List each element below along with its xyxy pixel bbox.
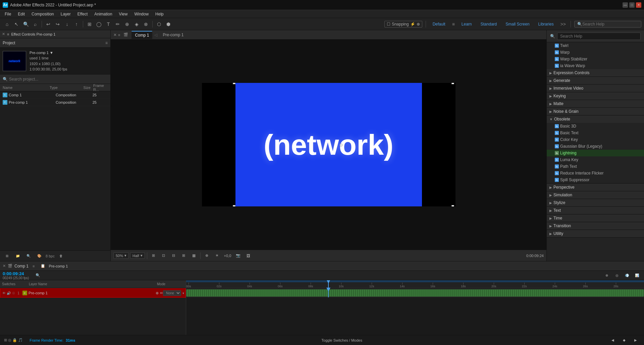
close-button[interactable]: ✕ <box>636 2 641 8</box>
footer-new-item[interactable]: ⊞ <box>3 252 11 260</box>
tab-close-icon[interactable]: ✕ <box>113 33 117 37</box>
effect-spill-suppressor[interactable]: fx Spill Suppressor <box>547 177 644 183</box>
comp-controls-btn[interactable]: ⊕ <box>602 271 611 280</box>
workspace-default[interactable]: Default <box>429 21 449 27</box>
move-up[interactable]: ↑ <box>72 20 81 29</box>
snapping-checkbox[interactable]: ☐ <box>387 22 390 27</box>
show-snapshot-btn[interactable]: 🖼 <box>244 251 253 260</box>
fit-view-btn[interactable]: ⊞ <box>149 251 158 260</box>
status-nav-back[interactable]: ◀ <box>608 336 617 345</box>
footer-color[interactable]: 🎨 <box>35 252 44 260</box>
menu-layer[interactable]: Layer <box>57 11 74 17</box>
project-row-comp1[interactable]: C Comp 1 Composition 25 <box>0 91 110 99</box>
tab-precomp1[interactable]: Pre-comp 1 <box>159 31 187 39</box>
footer-search[interactable]: 🔍 <box>24 252 33 260</box>
effect-basic-text[interactable]: fx Basic Text <box>547 130 644 136</box>
workspace-learn[interactable]: Learn <box>458 21 475 27</box>
layer-visibility[interactable]: 👁 <box>2 291 6 295</box>
effect-gaussian-blur[interactable]: fx Gaussian Blur (Legacy) <box>547 143 644 150</box>
preview-comp-name[interactable]: Pre-comp 1 ▼ <box>30 50 67 56</box>
fill-tool[interactable]: ◈ <box>132 20 141 29</box>
layer-collapse-icon[interactable]: ⊕ <box>156 291 159 295</box>
category-obsolete-header[interactable]: ▼ Obsolete <box>547 115 644 123</box>
timeline-close-icon[interactable]: ✕ <box>3 264 6 268</box>
category-generate-header[interactable]: ▶ Generate <box>547 77 644 84</box>
search-tool[interactable]: ⌕ <box>31 20 40 29</box>
timeline-current-time[interactable]: 0:00:09:24 <box>3 271 30 276</box>
category-text-header[interactable]: ▶ Text <box>547 207 644 214</box>
menu-edit[interactable]: Edit <box>14 11 28 17</box>
footer-delete[interactable]: 🗑 <box>57 252 65 260</box>
category-noise-header[interactable]: ▶ Noise & Grain <box>547 108 644 115</box>
effect-luma-key[interactable]: fx Luma Key <box>547 156 644 163</box>
handle-bottom-left[interactable] <box>233 205 235 206</box>
menu-help[interactable]: Help <box>152 11 167 17</box>
graph-editor-btn[interactable]: 📊 <box>633 271 641 280</box>
composition-viewer[interactable]: (network) <box>111 40 546 250</box>
color-channels-btn[interactable]: ⊕ <box>203 251 211 260</box>
menu-view[interactable]: View <box>116 11 131 17</box>
effect-warp-stabilizer[interactable]: fx Warp Stabilizer <box>547 56 644 62</box>
home-button[interactable]: ⌂ <box>3 20 11 29</box>
grid-tool[interactable]: ⊞ <box>85 20 94 29</box>
search-help-input[interactable] <box>582 22 638 27</box>
status-nav-marker[interactable]: ◆ <box>620 336 629 345</box>
project-row-precomp1[interactable]: C Pre-comp 1 Composition 25 <box>0 99 110 106</box>
pen-tool[interactable]: ✏ <box>113 20 122 29</box>
grid-btn[interactable]: ⊟ <box>169 251 178 260</box>
motion-blur-btn[interactable]: 💨 <box>623 271 631 280</box>
layer-chevron[interactable]: ▾ <box>182 291 184 295</box>
exposure-btn[interactable]: ☀ <box>213 251 221 260</box>
redo-button[interactable]: ↪ <box>53 20 62 29</box>
effects-search-input[interactable] <box>557 33 641 40</box>
menu-composition[interactable]: Composition <box>28 11 57 17</box>
category-expression-controls-header[interactable]: ▶ Expression Controls <box>547 69 644 77</box>
timeline-layer-1[interactable]: 👁 🔊 ☉ 1 C Pre-comp 1 ⊕ ✏ None ▾ <box>0 288 186 298</box>
effect-color-key[interactable]: fx Color Key <box>547 136 644 143</box>
layer-solo-btn[interactable]: ◎ <box>612 271 621 280</box>
select-tool[interactable]: ↖ <box>12 20 21 29</box>
track-clip-1[interactable] <box>186 289 644 297</box>
maximize-button[interactable]: □ <box>629 2 635 8</box>
zoom-selector[interactable]: 50% ▾ <box>113 252 129 259</box>
playhead-track[interactable] <box>328 288 329 297</box>
menu-effect[interactable]: Effect <box>74 11 91 17</box>
timeline-search-btn[interactable]: 🔍 <box>34 271 42 280</box>
toggle-switches-btn[interactable]: Toggle Switches / Modes <box>321 338 362 342</box>
category-keying-header[interactable]: ▶ Keying <box>547 92 644 100</box>
effect-wave-warp[interactable]: fx ia Wave Warp <box>547 62 644 69</box>
playhead-ruler[interactable] <box>328 280 329 288</box>
layer-paint-icon[interactable]: ✏ <box>160 291 163 295</box>
guides-btn[interactable]: ▦ <box>190 251 198 260</box>
category-stylize-header[interactable]: ▶ Stylize <box>547 199 644 206</box>
category-matte-header[interactable]: ▶ Matte <box>547 100 644 107</box>
handle-bottom-right[interactable] <box>451 205 454 206</box>
anchor-tool[interactable]: ⊕ <box>123 20 131 29</box>
roto-tool[interactable]: ⬢ <box>164 20 173 29</box>
effect-lightning[interactable]: fx Lightning <box>547 150 644 156</box>
panel-close-icon[interactable]: ✕ <box>2 32 5 36</box>
search-help-bar[interactable]: 🔍 <box>574 21 641 28</box>
handle-top-left[interactable] <box>233 83 235 84</box>
layer-audio[interactable]: 🔊 <box>6 291 11 295</box>
menu-animation[interactable]: Animation <box>91 11 115 17</box>
menu-window[interactable]: Window <box>131 11 152 17</box>
clone-tool[interactable]: ⊗ <box>142 20 150 29</box>
category-utility-header[interactable]: ▶ Utility <box>547 230 644 237</box>
effect-basic-3d[interactable]: fx Basic 3D <box>547 123 644 130</box>
category-perspective-header[interactable]: ▶ Perspective <box>547 184 644 191</box>
undo-button[interactable]: ↩ <box>44 20 53 29</box>
effect-reduce-interlace[interactable]: fx Reduce Interlace Flicker <box>547 170 644 177</box>
category-transition-header[interactable]: ▶ Transition <box>547 222 644 230</box>
project-panel-menu[interactable]: ≡ <box>105 41 108 45</box>
layer-mode-select[interactable]: None <box>163 290 181 296</box>
move-down[interactable]: ↓ <box>63 20 71 29</box>
rulers-btn[interactable]: ⊞ <box>179 251 188 260</box>
layer-solo[interactable]: ☉ <box>11 291 16 295</box>
effect-twirl[interactable]: fx Twirl <box>547 42 644 49</box>
quality-selector[interactable]: Half ▾ <box>130 252 145 259</box>
effect-path-text[interactable]: fx Path Text <box>547 163 644 170</box>
effect-warp[interactable]: fx Warp <box>547 49 644 56</box>
workspace-small-screen[interactable]: Small Screen <box>502 21 533 27</box>
project-search-bar[interactable]: 🔍 <box>0 75 110 84</box>
